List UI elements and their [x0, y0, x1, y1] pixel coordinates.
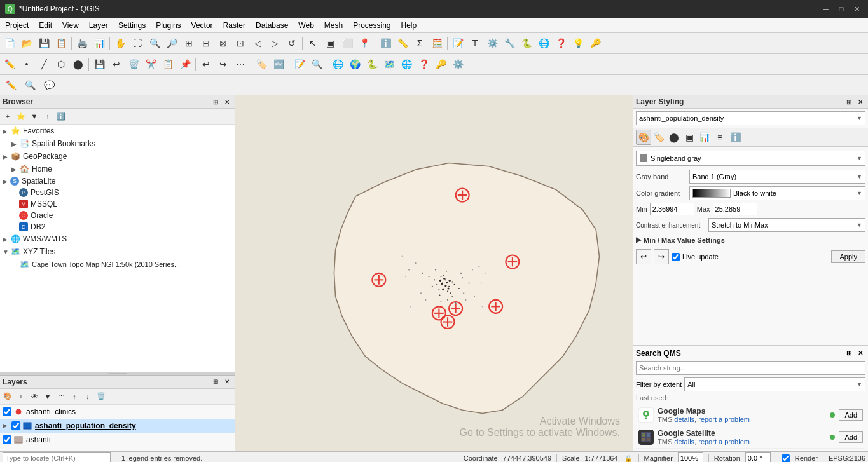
browser-refresh-button[interactable]: ℹ️: [55, 110, 67, 123]
zoom-last-button[interactable]: ◁: [249, 35, 266, 51]
style-mask-button[interactable]: ⬤: [666, 130, 682, 145]
menu-plugins[interactable]: Plugins: [151, 18, 186, 32]
layer-population-check[interactable]: [11, 421, 20, 430]
layers-float-button[interactable]: ⊞: [210, 377, 221, 387]
locate-button[interactable]: 🔍: [22, 77, 38, 93]
label-button[interactable]: 🏷️: [253, 56, 270, 72]
map-tips-button[interactable]: 💬: [41, 77, 57, 93]
help2-button[interactable]: ❓: [415, 56, 432, 72]
wfs-connect-button[interactable]: 🌍: [347, 56, 363, 72]
browser-float-button[interactable]: ⊞: [210, 97, 221, 107]
label-text-button[interactable]: 🔤: [270, 56, 287, 72]
layer-clinics-check[interactable]: [3, 407, 11, 416]
move-up-button[interactable]: ↑: [68, 390, 81, 403]
add-line-button[interactable]: ╱: [36, 56, 52, 72]
browser-collapse-button[interactable]: ↑: [41, 110, 54, 123]
qms-button[interactable]: 🗺️: [381, 56, 397, 72]
google-maps-add-button[interactable]: Add: [839, 409, 863, 421]
delete-selected-button[interactable]: 🗑️: [125, 56, 142, 72]
styling-panel-controls[interactable]: ⊞ ✕: [844, 97, 865, 107]
browser-close-button[interactable]: ✕: [222, 97, 232, 107]
qms-float-button[interactable]: ⊞: [844, 348, 854, 358]
open-field-calc[interactable]: 🔧: [501, 35, 518, 51]
redo-style-button[interactable]: ↪: [654, 249, 669, 264]
browser-fav-button[interactable]: ⭐: [15, 110, 27, 123]
qms-controls[interactable]: ⊞ ✕: [844, 348, 865, 358]
style-3d-button[interactable]: ▣: [682, 130, 697, 145]
layers-close-button[interactable]: ✕: [222, 377, 232, 387]
layer-ashanti-check[interactable]: [3, 435, 11, 444]
locate-input[interactable]: [3, 452, 111, 462]
scale-lock-button[interactable]: 🔒: [623, 453, 633, 462]
deselect-button[interactable]: ⬜: [339, 35, 355, 51]
maximize-button[interactable]: □: [835, 3, 848, 15]
manage-button[interactable]: ⚙️: [450, 56, 466, 72]
min-input[interactable]: 2.36994: [650, 203, 694, 215]
python-button[interactable]: 🐍: [518, 35, 535, 51]
browser-item-oracle[interactable]: O Oracle: [0, 210, 235, 221]
new-project-button[interactable]: 📄: [1, 35, 18, 51]
google-maps-report-link[interactable]: report a problem: [698, 416, 750, 423]
add-polygon-button[interactable]: ⬡: [53, 56, 69, 72]
undo-button[interactable]: ↩: [198, 56, 214, 72]
zoom-full-button[interactable]: ⊞: [181, 35, 197, 51]
magnifier-input[interactable]: [678, 452, 703, 462]
open-layer-style-button[interactable]: 🎨: [1, 390, 14, 403]
add-point-button[interactable]: •: [18, 56, 35, 72]
render-check[interactable]: [782, 454, 790, 462]
save-project-button[interactable]: 💾: [36, 35, 52, 51]
pan-map-button[interactable]: ⛶: [129, 35, 146, 51]
qms-search-input[interactable]: [636, 361, 865, 375]
wms-connect-button[interactable]: 🌐: [329, 56, 346, 72]
redo-button[interactable]: ↪: [215, 56, 231, 72]
stats-button[interactable]: Σ: [411, 35, 428, 51]
key-button[interactable]: 🔑: [432, 56, 449, 72]
edit-mode-button[interactable]: ✏️: [3, 77, 19, 93]
google-satellite-add-button[interactable]: Add: [839, 431, 863, 443]
browser-filter-button[interactable]: ▼: [28, 110, 41, 123]
cut-features-button[interactable]: ✂️: [142, 56, 159, 72]
qms2-button[interactable]: 🌐: [398, 56, 415, 72]
menu-raster[interactable]: Raster: [218, 18, 251, 32]
renderer-dropdown[interactable]: Singleband gray ▼: [636, 151, 865, 166]
auth-button[interactable]: 🔑: [587, 35, 603, 51]
menu-web[interactable]: Web: [293, 18, 319, 32]
annotation2-button[interactable]: 📝: [291, 56, 308, 72]
menu-settings[interactable]: Settings: [113, 18, 151, 32]
style-fields-button[interactable]: ≡: [712, 130, 727, 145]
edit-node-button[interactable]: ⬤: [70, 56, 86, 72]
layer-ashanti[interactable]: ashanti: [0, 433, 235, 447]
zoom-in-button[interactable]: 🔍: [146, 35, 163, 51]
apply-button[interactable]: Apply: [831, 250, 865, 263]
text-button[interactable]: T: [467, 35, 483, 51]
browser-item-xyz[interactable]: ▼ 🗺️ XYZ Tiles: [0, 245, 235, 258]
browser-add-button[interactable]: +: [1, 110, 14, 123]
google-satellite-details-link[interactable]: details: [674, 438, 694, 445]
filter-layer-button[interactable]: ▼: [41, 390, 54, 403]
style-diagram-button[interactable]: 📊: [697, 130, 712, 145]
add-layer-button[interactable]: +: [15, 390, 27, 403]
google-satellite-report-link[interactable]: report a problem: [698, 438, 750, 445]
pan-button[interactable]: ✋: [112, 35, 128, 51]
menu-project[interactable]: Project: [0, 18, 34, 32]
layer-clinics[interactable]: ashanti_clinics: [0, 405, 235, 419]
browser-panel-controls[interactable]: ⊞ ✕: [210, 97, 232, 107]
refresh-button[interactable]: ↺: [284, 35, 300, 51]
copy-features-button[interactable]: 📋: [160, 56, 176, 72]
browser-item-db2[interactable]: D DB2: [0, 221, 235, 233]
layer-population[interactable]: ▶ ashanti_population_density: [0, 419, 235, 433]
annotation-button[interactable]: 📝: [450, 35, 466, 51]
layer-more-button[interactable]: ⋯: [55, 390, 67, 403]
save-edits-button[interactable]: 💾: [91, 56, 107, 72]
close-button[interactable]: ✕: [850, 3, 863, 15]
gray-band-dropdown[interactable]: Band 1 (Gray) ▼: [689, 170, 865, 184]
move-down-button[interactable]: ↓: [81, 390, 94, 403]
calculator-button[interactable]: 🧮: [429, 35, 445, 51]
map-area[interactable]: Activate Windows Go to Settings to activ…: [235, 95, 633, 451]
menu-processing[interactable]: Processing: [348, 18, 396, 32]
styling-float-button[interactable]: ⊞: [844, 97, 854, 107]
undo-style-button[interactable]: ↩: [636, 249, 651, 264]
minimize-button[interactable]: ─: [820, 3, 832, 15]
contrast-dropdown[interactable]: Stretch to MinMax ▼: [708, 218, 865, 232]
select-rect-button[interactable]: ▣: [322, 35, 338, 51]
